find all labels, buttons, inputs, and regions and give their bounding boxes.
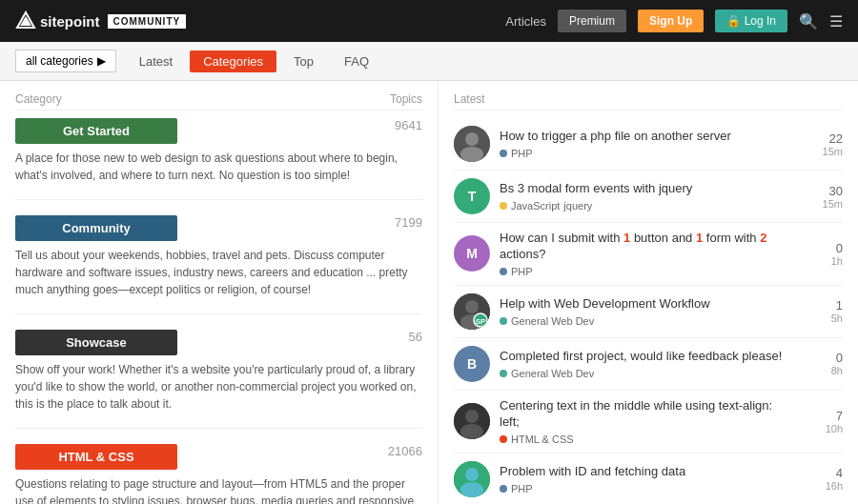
all-categories-button[interactable]: all categories ▶ — [15, 50, 116, 72]
topic-count: 4 — [805, 466, 843, 480]
highlight-2: 1 — [696, 231, 703, 245]
topic-content: Centering text in the middle while using… — [500, 398, 795, 445]
categories-panel: Category Topics Get Started 9641 A place… — [0, 81, 439, 504]
topic-count: 7 — [805, 409, 843, 423]
table-row: How to trigger a php file on another ser… — [454, 118, 843, 171]
tab-categories[interactable]: Categories — [190, 50, 276, 72]
avatar-letter: B — [467, 356, 477, 372]
category-get-started-button[interactable]: Get Started — [15, 118, 177, 144]
tab-faq[interactable]: FAQ — [331, 50, 382, 72]
get-started-topics-count: 9641 — [395, 118, 422, 132]
category-html-css-button[interactable]: HTML & CSS — [15, 444, 177, 470]
topic-title: How to trigger a php file on another ser… — [500, 129, 795, 145]
html-css-desc: Questions relating to page structure and… — [15, 475, 422, 504]
category-card-showcase: Showcase 56 Show off your work! Whether … — [15, 330, 422, 429]
login-button[interactable]: 🔒 Log In — [715, 10, 787, 32]
tab-top[interactable]: Top — [280, 50, 327, 72]
topic-meta: 7 10h — [805, 409, 843, 434]
topic-time: 10h — [805, 423, 843, 434]
avatar-image — [454, 126, 490, 162]
tag: PHP — [500, 266, 533, 277]
category-community-button[interactable]: Community — [15, 215, 177, 241]
tag: HTML & CSS — [500, 433, 574, 445]
tag2-label: jquery — [563, 200, 592, 212]
topic-content: How to trigger a php file on another ser… — [500, 129, 795, 159]
svg-point-14 — [465, 468, 479, 481]
logo-text: sitepoint — [40, 13, 100, 30]
tab-latest[interactable]: Latest — [126, 50, 186, 72]
svg-point-6 — [465, 300, 479, 313]
tag: PHP — [500, 483, 533, 494]
topic-meta: 30 15m — [805, 184, 843, 210]
avatar-image — [454, 461, 490, 497]
topic-link[interactable]: Centering text in the middle while using… — [500, 398, 772, 429]
avatar: T — [454, 178, 490, 214]
topic-count: 30 — [805, 184, 843, 198]
tag-label: PHP — [511, 483, 533, 494]
articles-link[interactable]: Articles — [505, 14, 546, 29]
html-css-topics-count: 21066 — [388, 444, 422, 458]
topic-content: Help with Web Development Workflow Gener… — [500, 296, 795, 327]
tag-label: JavaScript — [511, 200, 560, 212]
topic-link[interactable]: Bs 3 modal form events with jquery — [500, 181, 692, 195]
category-card-header: Get Started 9641 — [15, 118, 422, 144]
menu-icon[interactable]: ☰ — [829, 12, 843, 30]
topic-link[interactable]: Help with Web Development Workflow — [500, 296, 710, 311]
community-desc: Tell us about your weekends, hobbies, tr… — [15, 247, 422, 298]
avatar: M — [454, 235, 490, 272]
category-showcase-button[interactable]: Showcase — [15, 330, 177, 355]
topic-tags: General Web Dev — [500, 315, 795, 327]
topic-content: Problem with ID and fetching data PHP — [500, 464, 795, 494]
avatar-image: SP — [454, 293, 490, 330]
topic-link[interactable]: How can I submit with 1 button and 1 for… — [500, 231, 766, 261]
topic-meta: 22 15m — [805, 131, 843, 157]
signup-button[interactable]: Sign Up — [638, 10, 704, 32]
topic-link[interactable]: Problem with ID and fetching data — [500, 464, 685, 478]
topic-content: Bs 3 modal form events with jquery JavaS… — [500, 181, 795, 212]
nav-bar: all categories ▶ Latest Categories Top F… — [0, 42, 858, 81]
tag-dot-icon — [500, 485, 507, 493]
table-row: SP Help with Web Development Workflow Ge… — [454, 286, 843, 338]
topic-count: 1 — [805, 298, 843, 312]
tag-label: General Web Dev — [511, 368, 594, 379]
tag2: jquery — [563, 200, 592, 212]
tag-label: General Web Dev — [511, 315, 594, 327]
topics-col-header: Topics — [390, 92, 422, 106]
tag-label: HTML & CSS — [511, 433, 574, 445]
avatar: B — [454, 346, 490, 382]
topic-link[interactable]: Completed first project, would like feed… — [500, 349, 782, 363]
topic-content: Completed first project, would like feed… — [500, 349, 795, 379]
topic-meta: 0 1h — [805, 241, 843, 267]
showcase-topics-count: 56 — [409, 330, 422, 344]
premium-button[interactable]: Premium — [558, 10, 626, 32]
topic-link[interactable]: How to trigger a php file on another ser… — [500, 129, 731, 143]
tag-dot-icon — [500, 370, 507, 377]
topic-meta: 1 5h — [805, 298, 843, 324]
category-card-html-css: HTML & CSS 21066 Questions relating to p… — [15, 444, 422, 504]
col-headers: Category Topics — [15, 92, 422, 111]
svg-point-12 — [460, 424, 483, 439]
topic-title: Help with Web Development Workflow — [500, 296, 795, 312]
topic-time: 5h — [805, 312, 843, 324]
svg-point-15 — [460, 482, 483, 497]
all-categories-label: all categories — [26, 54, 93, 68]
topic-title: Completed first project, would like feed… — [500, 349, 795, 365]
tag: General Web Dev — [500, 368, 594, 379]
tag-dot-icon — [500, 268, 507, 275]
table-row: Centering text in the middle while using… — [454, 391, 843, 454]
tag-dot-icon — [500, 202, 507, 210]
category-card-community: Community 7199 Tell us about your weeken… — [15, 215, 422, 314]
highlight-1: 1 — [623, 231, 630, 245]
topic-tags: PHP — [500, 266, 795, 277]
topic-title: Problem with ID and fetching data — [500, 464, 795, 480]
category-card-header: Showcase 56 — [15, 330, 422, 355]
search-icon[interactable]: 🔍 — [799, 12, 818, 30]
table-row: B Completed first project, would like fe… — [454, 338, 843, 391]
tag: PHP — [500, 148, 533, 159]
topic-tags: PHP — [500, 483, 795, 494]
svg-point-3 — [465, 132, 479, 146]
topic-count: 0 — [805, 351, 843, 365]
tag-dot-icon — [500, 435, 507, 443]
latest-header: Latest — [454, 92, 843, 111]
topic-time: 15m — [805, 146, 843, 157]
